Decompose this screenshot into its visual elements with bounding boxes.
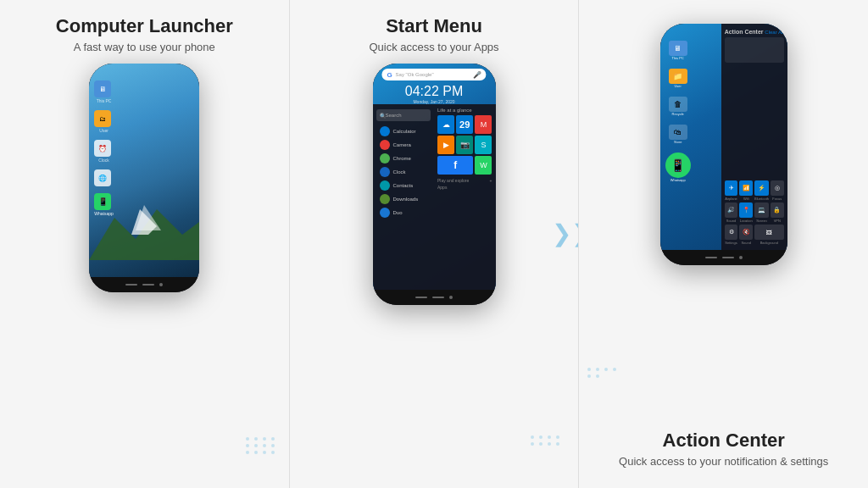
app-icon-this-pc[interactable]: 🖥 This PC	[94, 80, 114, 103]
tile-gmail[interactable]: M	[475, 115, 492, 134]
ac-tile-vpn[interactable]: 🔒 VPN	[771, 202, 784, 223]
phone-screen-2: G Say "Ok Google" 🎤 04:22 PM Monday, Jan…	[373, 64, 496, 290]
phone-bottom-bar-2	[373, 290, 496, 305]
phone-screen-1: 🖥 This PC 🗂 User ⏰ Clock	[89, 64, 199, 277]
ac-header-row: Action Center Clear All	[725, 29, 784, 35]
icon-user[interactable]: 📁 User	[665, 69, 691, 88]
ac-tile-settings[interactable]: ⚙ Settings	[725, 225, 738, 245]
panel1-subtitle: A fast way to use your phone	[74, 41, 215, 53]
panel1-title: Computer Launcher	[56, 15, 233, 37]
tile-skype[interactable]: S	[475, 136, 492, 154]
panel2-subtitle: Quick access to your Apps	[369, 41, 498, 53]
tile-calendar[interactable]: 29	[456, 115, 473, 134]
deco-dots-1	[246, 437, 276, 454]
ac-tile-location[interactable]: 📍 Location	[739, 202, 753, 223]
icon-recyclebin[interactable]: 🗑 Recycle	[665, 97, 691, 116]
start-app-duo[interactable]: Duo	[376, 206, 431, 219]
panel-action-center: 🖥 This PC 📁 User 🗑 Recycle 🛍 Store	[578, 0, 868, 488]
tile-whatsapp[interactable]: W	[475, 156, 492, 175]
panel3-title: Action Center	[587, 430, 860, 452]
start-app-camera[interactable]: Camera	[376, 138, 431, 152]
phone-frame-1: 🖥 This PC 🗂 User ⏰ Clock	[89, 64, 199, 292]
phone-screen-3: 🖥 This PC 📁 User 🗑 Recycle 🛍 Store	[660, 24, 787, 250]
desktop-screen: 🖥 This PC 🗂 User ⏰ Clock	[89, 64, 199, 277]
icon-whatsapp-large[interactable]: 📱 Whatsapp	[665, 152, 691, 182]
start-menu-right: Life at a glance ☁ 29 M ▶ 📷 S f W	[434, 104, 496, 290]
start-app-clock[interactable]: Clock	[376, 165, 431, 179]
notifications-area	[725, 37, 784, 179]
desktop-icons-left: 🖥 This PC 📁 User 🗑 Recycle 🛍 Store	[665, 41, 691, 182]
phone-bottom-bar-1	[89, 277, 199, 292]
ac-tile-background[interactable]: 🖼 Background	[754, 225, 784, 245]
app-icon-whatsapp[interactable]: 📱 Whatsapp	[94, 193, 114, 216]
time-display: 04:22 PM Monday, Jan 27, 2020	[385, 84, 483, 104]
panel3-text-container: Action Center Quick access to your notif…	[579, 430, 868, 478]
icon-store[interactable]: 🛍 Store	[665, 125, 691, 144]
panel3-subtitle: Quick access to your notification & sett…	[587, 455, 860, 468]
tile-weather[interactable]: ☁	[437, 115, 454, 134]
ac-clear-all[interactable]: Clear All	[765, 30, 783, 35]
ac-tile-bluetooth[interactable]: ⚡ Bluetooth	[754, 180, 769, 201]
start-app-downloads[interactable]: Downloads	[376, 192, 431, 206]
deco-dots-3	[587, 368, 618, 378]
app-tiles-grid: ☁ 29 M ▶ 📷 S f W	[437, 115, 492, 175]
tiles-label: Life at a glance	[437, 108, 492, 113]
quick-settings-tiles: ✈ Airplane 📶 Wifi ⚡ Bluetooth	[725, 180, 784, 245]
ac-tile-sound[interactable]: 🔊 Sound	[725, 202, 738, 223]
tiles-footer: Play and explore+	[437, 178, 492, 183]
google-search-bar[interactable]: G Say "Ok Google" 🎤	[381, 69, 486, 80]
ac-tile-focus[interactable]: ◎ Focus	[771, 180, 784, 201]
ac-tiles-section: ✈ Airplane 📶 Wifi ⚡ Bluetooth	[725, 179, 784, 245]
apps-label: Apps	[437, 185, 492, 190]
tile-facebook[interactable]: f	[437, 156, 473, 175]
ac-tile-wifi[interactable]: 📶 Wifi	[739, 180, 753, 201]
icon-this-pc[interactable]: 🖥 This PC	[665, 41, 691, 60]
ac-title: Action Center	[725, 29, 764, 35]
start-menu-left: 🔍 Search Calculator Camera	[373, 104, 435, 290]
desktop-taskbar: 🖥 This PC 🗂 User ⏰ Clock	[94, 80, 114, 216]
phone-bottom-bar-3	[660, 250, 787, 265]
tile-play[interactable]: ▶	[437, 136, 454, 154]
phone-frame-2: G Say "Ok Google" 🎤 04:22 PM Monday, Jan…	[373, 64, 496, 305]
start-search-bar[interactable]: 🔍 Search	[376, 109, 431, 121]
start-app-contacts[interactable]: Contacts	[376, 179, 431, 192]
start-screen: G Say "Ok Google" 🎤 04:22 PM Monday, Jan…	[373, 64, 496, 290]
app-icon-user[interactable]: 🗂 User	[94, 110, 114, 133]
ac-tile-mute[interactable]: 🔇 Sound	[739, 225, 753, 245]
panel-computer-launcher: Computer Launcher A fast way to use your…	[0, 0, 289, 488]
phone-frame-3: 🖥 This PC 📁 User 🗑 Recycle 🛍 Store	[660, 24, 787, 265]
panel-start-menu: Start Menu Quick access to your Apps G S…	[289, 0, 579, 488]
start-menu-overlay: 🔍 Search Calculator Camera	[373, 104, 496, 290]
start-app-chrome[interactable]: Chrome	[376, 152, 431, 165]
notification-card	[725, 37, 784, 63]
app-icon-chrome[interactable]: 🌐	[94, 169, 114, 186]
time-value: 04:22 PM	[385, 84, 483, 99]
tile-camera[interactable]: 📷	[456, 136, 473, 154]
search-placeholder-text: Search	[386, 113, 402, 118]
app-icon-clock[interactable]: ⏰ Clock	[94, 140, 114, 163]
action-screen: 🖥 This PC 📁 User 🗑 Recycle 🛍 Store	[660, 24, 787, 250]
action-center-overlay: Action Center Clear All ✈ Airplane	[721, 24, 787, 250]
ac-tile-airplane[interactable]: ✈ Airplane	[725, 180, 738, 201]
panel2-title: Start Menu	[386, 15, 482, 37]
deco-dots-2	[531, 435, 561, 446]
ac-tile-screen[interactable]: 💻 Screen	[754, 202, 769, 223]
start-app-calculator[interactable]: Calculator	[376, 125, 431, 138]
